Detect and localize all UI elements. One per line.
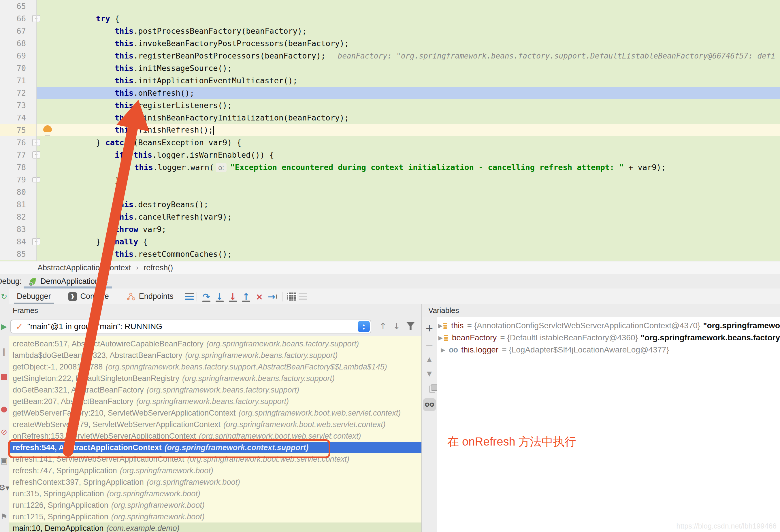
editor-gutter[interactable]: 75 xyxy=(0,124,36,136)
editor-gutter[interactable]: 84– xyxy=(0,235,36,248)
resume-icon[interactable]: ▶ xyxy=(0,322,9,331)
fold-marker-icon[interactable] xyxy=(32,177,40,183)
expand-triangle-icon[interactable]: ▶ xyxy=(437,322,443,329)
settings-gear-icon[interactable]: ⚙▾ xyxy=(0,483,9,492)
filter-icon[interactable] xyxy=(406,322,415,330)
editor-gutter[interactable]: 83 xyxy=(0,223,36,235)
editor-gutter[interactable]: 65 xyxy=(0,0,36,12)
stack-frame-row[interactable]: refresh:141, ServletWebServerApplication… xyxy=(9,453,422,465)
editor-gutter[interactable]: 82 xyxy=(0,211,36,223)
breadcrumb-separator-icon: › xyxy=(136,264,138,272)
stack-frame-row[interactable]: refreshContext:397, SpringApplication(or… xyxy=(9,476,422,488)
breadcrumb-class[interactable]: AbstractApplicationContext xyxy=(38,263,131,272)
stack-frame-row[interactable]: refresh:544, AbstractApplicationContext(… xyxy=(9,442,422,453)
rerun-debugger-icon[interactable]: ↻ xyxy=(0,292,9,301)
code-text: if (this.logger.isWarnEnabled()) { xyxy=(115,150,274,159)
thread-up-icon[interactable]: ↑ xyxy=(379,321,387,331)
move-watch-down-icon[interactable]: ▼ xyxy=(422,370,437,377)
intention-bulb-icon[interactable] xyxy=(43,125,52,132)
fold-marker-icon[interactable]: – xyxy=(32,151,40,158)
tab-console[interactable]: ❱ Console xyxy=(64,288,113,304)
code-line-content: this.resetCommonCaches(); xyxy=(36,248,780,260)
step-over-icon[interactable]: ↷ xyxy=(200,290,213,303)
editor-gutter[interactable]: 80 xyxy=(0,186,36,198)
dropdown-stepper-icon[interactable]: ▴▾ xyxy=(358,321,370,332)
show-watches-icon[interactable]: oo xyxy=(422,400,437,408)
run-to-cursor-icon[interactable]: →I xyxy=(266,290,279,303)
expand-triangle-icon[interactable]: ▶ xyxy=(437,346,449,353)
editor-gutter[interactable]: 69 xyxy=(0,50,36,62)
line-number: 75 xyxy=(16,126,36,135)
variable-row[interactable]: ▶this= {AnnotationConfigServletWebServer… xyxy=(437,320,780,332)
pin-icon[interactable]: ⚑ xyxy=(0,512,9,521)
editor-gutter[interactable]: 78 xyxy=(0,161,36,174)
stack-frame-row[interactable]: run:315, SpringApplication(org.springfra… xyxy=(9,488,422,499)
run-config-tab[interactable]: DemoApplication × xyxy=(23,274,112,288)
variable-string-value: "org.springframewo xyxy=(703,321,780,330)
code-token: this xyxy=(115,27,134,36)
thread-down-icon[interactable]: ↓ xyxy=(393,321,400,331)
step-into-icon[interactable]: ↓ xyxy=(213,290,226,303)
stack-frame-row[interactable]: getWebServerFactory:210, ServletWebServe… xyxy=(9,407,422,419)
trace-icon[interactable] xyxy=(299,291,307,301)
editor-gutter[interactable]: 79 xyxy=(0,174,36,186)
stack-frame-row[interactable]: doGetBean:321, AbstractBeanFactory(org.s… xyxy=(9,384,422,396)
editor-gutter[interactable]: 74 xyxy=(0,111,36,124)
editor-gutter[interactable]: 70 xyxy=(0,62,36,75)
thread-dump-icon[interactable]: ▣ xyxy=(0,456,9,465)
restore-layout-icon[interactable] xyxy=(185,291,194,301)
close-tab-icon[interactable]: × xyxy=(104,277,108,286)
stack-frame-row[interactable]: onRefresh:153, ServletWebServerApplicati… xyxy=(9,430,422,442)
view-breakpoints-icon[interactable]: ● xyxy=(0,404,9,413)
stack-frame-row[interactable]: lambda$doGetBean$0:323, AbstractBeanFact… xyxy=(9,349,422,361)
stack-frame-row[interactable]: getBean:207, AbstractBeanFactory(org.spr… xyxy=(9,396,422,407)
drop-frame-icon[interactable]: × xyxy=(253,290,266,303)
frames-list: createBean:517, AbstractAutowireCapableB… xyxy=(9,336,422,532)
breadcrumb-method[interactable]: refresh() xyxy=(144,263,173,272)
editor-gutter[interactable]: 66– xyxy=(0,12,36,25)
variable-row[interactable]: ▶oothis.logger= {LogAdapter$Slf4jLocatio… xyxy=(437,344,780,356)
expand-triangle-icon[interactable]: ▶ xyxy=(437,334,444,341)
fold-marker-icon[interactable]: – xyxy=(32,238,40,245)
code-text: this.invokeBeanFactoryPostProcessors(bea… xyxy=(115,39,349,48)
step-out-icon[interactable]: ↑ xyxy=(240,290,253,303)
remove-watch-icon[interactable]: − xyxy=(422,339,437,350)
stop-icon[interactable]: ■ xyxy=(0,372,9,381)
editor-gutter[interactable]: 73 xyxy=(0,99,36,111)
editor-gutter[interactable]: 81 xyxy=(0,198,36,211)
variable-string-value: "org.springframework.beans.factory xyxy=(641,333,780,342)
stack-frame-row[interactable]: run:1226, SpringApplication(org.springfr… xyxy=(9,499,422,511)
tab-endpoints[interactable]: Endpoints xyxy=(121,288,178,304)
editor-gutter[interactable]: 71 xyxy=(0,75,36,87)
thread-selector-dropdown[interactable]: ✓ "main"@1 in group "main": RUNNING ▴▾ xyxy=(10,320,371,333)
editor-gutter[interactable]: 76– xyxy=(0,136,36,149)
move-watch-up-icon[interactable]: ▲ xyxy=(422,356,437,363)
code-editor[interactable]: 6566–try {67this.postProcessBeanFactory(… xyxy=(0,0,780,261)
editor-gutter[interactable]: 72 xyxy=(0,87,36,99)
editor-gutter[interactable]: 68 xyxy=(0,37,36,50)
frame-location: main:10, DemoApplication xyxy=(13,524,103,532)
stack-frame-row[interactable]: createWebServer:179, ServletWebServerApp… xyxy=(9,419,422,430)
editor-gutter[interactable]: 85 xyxy=(0,248,36,260)
stack-frame-row[interactable]: createBean:517, AbstractAutowireCapableB… xyxy=(9,338,422,349)
stack-frame-row[interactable]: getObject:-1, 2008106788(org.springframe… xyxy=(9,361,422,373)
fold-marker-icon[interactable]: – xyxy=(32,15,40,22)
code-text: this.registerListeners(); xyxy=(115,101,232,110)
stack-frame-row[interactable]: main:10, DemoApplication(com.example.dem… xyxy=(9,523,422,532)
tab-debugger-label: Debugger xyxy=(17,292,51,301)
code-token: } xyxy=(96,138,105,147)
evaluate-expression-icon[interactable] xyxy=(285,290,299,303)
variable-row[interactable]: ▶beanFactory= {DefaultListableBeanFactor… xyxy=(437,332,780,344)
tab-debugger[interactable]: Debugger xyxy=(12,288,56,304)
line-number: 82 xyxy=(16,212,36,221)
stack-frame-row[interactable]: run:1215, SpringApplication(org.springfr… xyxy=(9,511,422,523)
editor-gutter[interactable]: 67 xyxy=(0,25,36,37)
pause-icon[interactable]: ∥ xyxy=(0,347,9,356)
stack-frame-row[interactable]: getSingleton:222, DefaultSingletonBeanRe… xyxy=(9,373,422,384)
add-watch-icon[interactable]: + xyxy=(422,322,437,334)
force-step-into-icon[interactable]: ↓ xyxy=(226,290,240,303)
stack-frame-row[interactable]: refresh:747, SpringApplication(org.sprin… xyxy=(9,465,422,476)
editor-gutter[interactable]: 77– xyxy=(0,149,36,161)
mute-breakpoints-icon[interactable]: ⊘ xyxy=(0,427,9,436)
fold-marker-icon[interactable]: – xyxy=(32,139,40,146)
